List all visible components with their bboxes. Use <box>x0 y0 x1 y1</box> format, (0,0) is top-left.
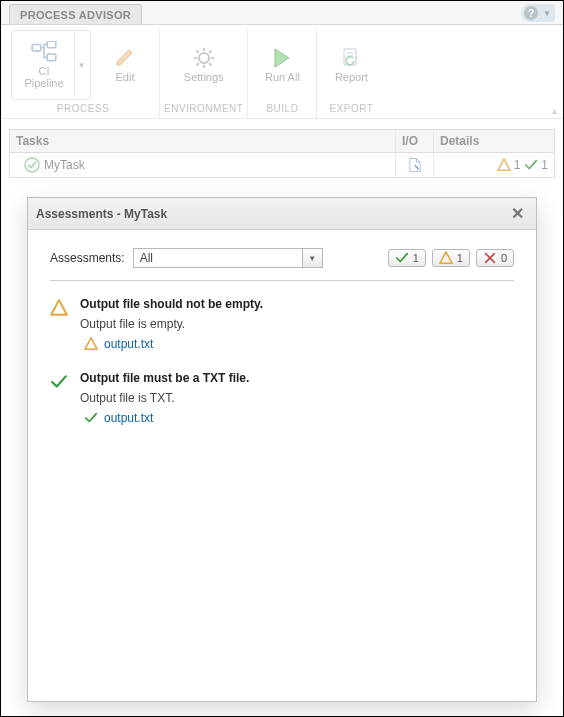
chevron-down-icon: ▼ <box>543 9 551 18</box>
close-button[interactable]: ✕ <box>507 204 528 223</box>
warn-icon <box>84 337 98 351</box>
task-table: Tasks I/O Details MyTask 1 1 <box>9 129 555 178</box>
play-icon <box>268 47 296 69</box>
chip-warn[interactable]: 1 <box>432 249 470 267</box>
edit-label: Edit <box>116 71 135 83</box>
chip-pass-count: 1 <box>413 252 419 264</box>
group-label-build: BUILD <box>266 103 298 114</box>
run-all-label: Run All <box>265 71 300 83</box>
gear-icon <box>190 47 218 69</box>
assessment-item: Output file should not be empty. Output … <box>50 297 514 351</box>
divider <box>50 280 514 281</box>
report-label: Report <box>335 71 368 83</box>
filter-value: All <box>134 249 302 267</box>
filter-row: Assessments: All ▼ 1 1 0 <box>50 248 514 268</box>
check-icon <box>50 373 68 391</box>
help-icon: ? <box>524 6 538 20</box>
io-page-icon <box>408 157 422 173</box>
check-circle-icon <box>24 157 40 173</box>
col-io: I/O <box>396 130 434 153</box>
assessments-filter-select[interactable]: All ▼ <box>133 248 323 268</box>
help-dropdown[interactable]: ? ▼ <box>521 4 555 22</box>
assessment-file-link[interactable]: output.txt <box>104 337 153 351</box>
run-all-button[interactable]: Run All <box>252 33 312 97</box>
assessment-status-icon <box>50 297 68 351</box>
warn-icon <box>50 299 68 317</box>
toolstrip: CI Pipeline ▼ Edit PROCESS Settings ENVI… <box>1 25 563 119</box>
dialog-titlebar[interactable]: Assessments - MyTask ✕ <box>28 198 536 230</box>
chevron-down-icon: ▼ <box>302 249 322 267</box>
pipeline-icon <box>30 41 58 63</box>
settings-button[interactable]: Settings <box>174 33 234 97</box>
report-icon <box>337 47 365 69</box>
close-icon: ✕ <box>511 205 524 222</box>
assessment-file-line: output.txt <box>84 411 249 425</box>
tab-bar: PROCESS ADVISOR ? ▼ <box>1 1 563 25</box>
task-name-cell: MyTask <box>10 153 396 177</box>
cross-icon <box>483 251 497 265</box>
task-io-cell[interactable] <box>396 153 434 177</box>
details-pass: 1 <box>524 158 548 172</box>
tab-process-advisor[interactable]: PROCESS ADVISOR <box>9 4 142 24</box>
filter-label: Assessments: <box>50 251 125 265</box>
chip-fail-count: 0 <box>501 252 507 264</box>
ci-pipeline-split-button[interactable]: CI Pipeline ▼ <box>11 30 91 100</box>
check-icon <box>84 411 98 425</box>
settings-label: Settings <box>184 71 224 83</box>
ci-pipeline-label: CI Pipeline <box>24 65 63 89</box>
toolstrip-group-build: Run All BUILD <box>247 29 316 118</box>
details-warn: 1 <box>497 158 521 172</box>
assessment-file-line: output.txt <box>84 337 263 351</box>
assessment-message: Output file is TXT. <box>80 391 249 405</box>
chip-pass[interactable]: 1 <box>388 249 426 267</box>
col-details: Details <box>434 130 554 153</box>
col-tasks: Tasks <box>10 130 396 153</box>
table-header: Tasks I/O Details <box>10 130 554 153</box>
assessment-status-icon <box>50 371 68 425</box>
assessment-item: Output file must be a TXT file. Output f… <box>50 371 514 425</box>
assessments-dialog: Assessments - MyTask ✕ Assessments: All … <box>27 197 537 702</box>
assessment-title: Output file should not be empty. <box>80 297 263 311</box>
chip-warn-count: 1 <box>457 252 463 264</box>
assessment-message: Output file is empty. <box>80 317 263 331</box>
group-label-environment: ENVIRONMENT <box>164 103 243 114</box>
group-label-export: EXPORT <box>329 103 373 114</box>
pencil-icon <box>111 47 139 69</box>
check-icon <box>395 251 409 265</box>
toolstrip-group-environment: Settings ENVIRONMENT <box>159 29 247 118</box>
warn-icon <box>439 251 453 265</box>
task-name: MyTask <box>44 158 85 172</box>
assessment-file-link[interactable]: output.txt <box>104 411 153 425</box>
check-icon <box>524 158 538 172</box>
chevron-down-icon[interactable]: ▼ <box>74 33 88 97</box>
dialog-title: Assessments - MyTask <box>36 207 167 221</box>
group-label-process: PROCESS <box>57 103 109 114</box>
details-warn-count: 1 <box>514 158 521 172</box>
edit-button[interactable]: Edit <box>95 33 155 97</box>
toolstrip-group-process: CI Pipeline ▼ Edit PROCESS <box>7 29 159 118</box>
dialog-body: Assessments: All ▼ 1 1 0 <box>28 230 536 463</box>
chip-fail[interactable]: 0 <box>476 249 514 267</box>
table-row[interactable]: MyTask 1 1 <box>10 153 554 177</box>
tab-label: PROCESS ADVISOR <box>20 9 131 21</box>
warn-icon <box>497 158 511 172</box>
details-pass-count: 1 <box>541 158 548 172</box>
task-details-cell[interactable]: 1 1 <box>434 153 554 177</box>
toolstrip-group-export: Report EXPORT <box>316 29 385 118</box>
report-button[interactable]: Report <box>321 33 381 97</box>
status-chipset: 1 1 0 <box>388 249 514 267</box>
toolstrip-collapse-icon[interactable]: ▴ <box>552 105 557 116</box>
assessment-title: Output file must be a TXT file. <box>80 371 249 385</box>
